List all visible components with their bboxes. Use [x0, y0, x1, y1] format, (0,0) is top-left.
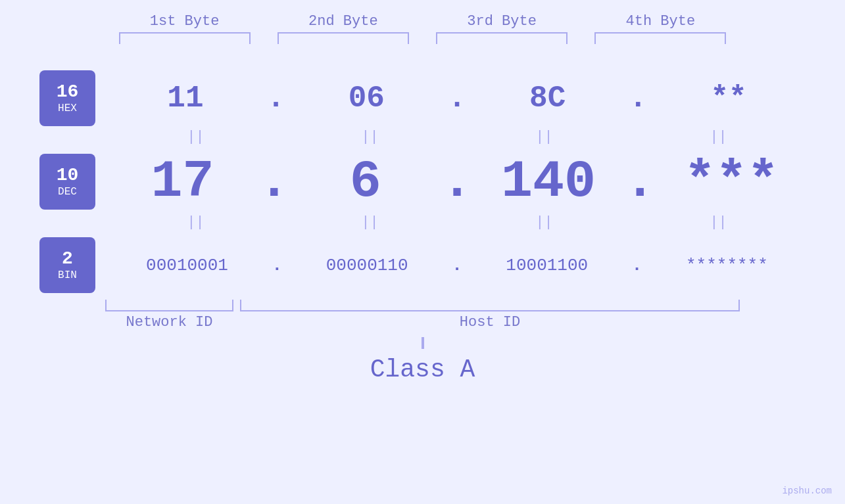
deq3: ||	[479, 214, 610, 231]
eq3: ||	[479, 129, 610, 145]
hex-badge: 16 HEX	[39, 70, 95, 126]
bin-dot2: .	[452, 256, 462, 275]
hex-dot3: .	[629, 81, 648, 116]
hex-base-number: 16	[57, 83, 79, 101]
hex-byte2: 06	[301, 81, 432, 116]
bin-row: 2 BIN 00010001 . 00000110 . 10001100 . *…	[0, 237, 845, 293]
bin-badge: 2 BIN	[39, 237, 95, 293]
hex-dot1: .	[267, 81, 285, 116]
dec-values-row: 17 . 6 . 140 . ***	[109, 152, 806, 212]
bin-dot3: .	[632, 256, 642, 275]
deq2: ||	[304, 214, 436, 231]
bracket-byte4	[594, 32, 726, 44]
main-container: 1st Byte 2nd Byte 3rd Byte 4th Byte 16 H…	[0, 0, 845, 504]
dec-equals-row: || || || ||	[95, 214, 806, 231]
top-brackets-row	[0, 32, 845, 44]
hex-byte3: 8C	[482, 81, 614, 116]
network-id-label: Network ID	[105, 314, 233, 331]
bracket-byte3	[436, 32, 567, 44]
bottom-brackets-container: Network ID Host ID	[0, 300, 845, 331]
dec-byte1: 17	[117, 152, 249, 212]
eq2: ||	[304, 129, 436, 145]
host-id-label: Host ID	[240, 314, 740, 331]
watermark: ipshu.com	[782, 486, 832, 496]
bracket-byte1	[119, 32, 251, 44]
header-row: 1st Byte 2nd Byte 3rd Byte 4th Byte	[0, 13, 845, 30]
byte1-label: 1st Byte	[119, 13, 251, 30]
hex-values-row: 11 . 06 . 8C . **	[109, 81, 806, 116]
full-bottom-bracket	[422, 337, 424, 349]
class-label: Class A	[370, 355, 475, 384]
bin-byte2: 00000110	[301, 256, 433, 275]
byte3-label: 3rd Byte	[436, 13, 567, 30]
host-id-bracket	[240, 300, 740, 311]
bin-byte3: 10001100	[481, 256, 613, 275]
eq4: ||	[653, 129, 785, 145]
id-labels-row: Network ID Host ID	[105, 314, 740, 331]
bin-values-row: 00010001 . 00000110 . 10001100 . *******…	[109, 256, 806, 275]
dec-dot1: .	[258, 152, 290, 212]
hex-byte4: **	[663, 81, 794, 116]
dec-byte4: ***	[665, 152, 797, 212]
deq4: ||	[653, 214, 785, 231]
hex-equals-row: || || || ||	[95, 129, 806, 145]
bottom-brackets	[105, 300, 740, 311]
hex-dot2: .	[448, 81, 466, 116]
deq1: ||	[130, 214, 262, 231]
dec-byte2: 6	[300, 152, 431, 212]
bin-base-number: 2	[62, 250, 73, 268]
hex-byte1: 11	[120, 81, 251, 116]
byte4-label: 4th Byte	[594, 13, 726, 30]
byte2-label: 2nd Byte	[278, 13, 409, 30]
bin-byte1: 00010001	[122, 256, 253, 275]
dec-dot3: .	[624, 152, 656, 212]
network-id-bracket	[105, 300, 233, 311]
hex-base-name: HEX	[58, 103, 77, 114]
bin-byte4: ********	[661, 256, 792, 275]
dec-row: 10 DEC 17 . 6 . 140 . ***	[0, 152, 845, 212]
bracket-byte2	[278, 32, 409, 44]
dec-base-name: DEC	[58, 186, 77, 198]
eq1: ||	[130, 129, 262, 145]
dec-base-number: 10	[57, 166, 79, 185]
bin-dot1: .	[272, 256, 283, 275]
hex-row: 16 HEX 11 . 06 . 8C . **	[0, 70, 845, 126]
dec-badge: 10 DEC	[39, 154, 95, 210]
bin-base-name: BIN	[58, 269, 77, 281]
dec-dot2: .	[441, 152, 473, 212]
dec-byte3: 140	[483, 152, 614, 212]
